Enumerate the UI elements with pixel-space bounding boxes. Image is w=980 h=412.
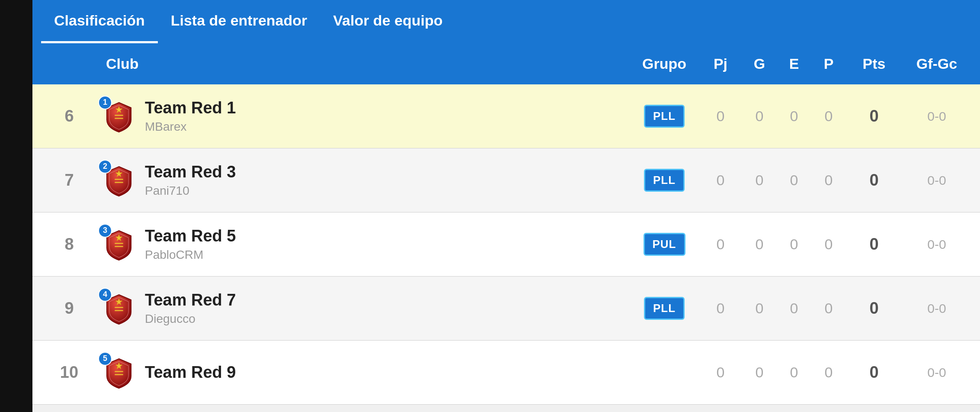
team-info: Team Red 3 Pani710 [145,163,236,198]
grupo-badge: PUL [630,233,699,256]
stat-pts: 0 [846,107,902,126]
table-row[interactable]: 9 4 [32,277,980,341]
svg-rect-5 [115,182,123,183]
tab-valor-label: Valor de equipo [333,12,442,29]
table-header: Club Grupo Pj G E P Pts Gf-Gc [32,43,980,84]
stat-p: 0 [811,108,846,125]
svg-rect-4 [115,179,123,180]
stat-pj: 0 [699,108,742,125]
team-badge: 1 [102,99,136,134]
stat-pts: 0 [846,171,902,190]
team-info: Team Red 7 Diegucco [145,291,236,326]
team-name: Team Red 9 [145,363,236,382]
badge-rank: 1 [98,96,112,109]
team-badge: 5 [102,355,136,390]
svg-rect-14 [115,374,123,375]
stat-e: 0 [777,172,811,189]
team-name: Team Red 5 [145,227,236,245]
team-badge: 4 [102,291,136,326]
coach-name: Pani710 [145,184,236,198]
team-info: Team Red 9 [145,363,236,382]
stat-pts: 0 [846,363,902,382]
stat-g: 0 [742,364,777,381]
left-sidebar [0,0,32,412]
stat-g: 0 [742,236,777,253]
team-name: Team Red 7 [145,291,236,309]
header-club: Club [97,55,630,72]
stat-gfgc: 0-0 [902,109,971,124]
tab-entrenador[interactable]: Lista de entrenador [158,0,320,43]
header-p: P [811,55,846,72]
tab-valor[interactable]: Valor de equipo [320,0,455,43]
table-row[interactable]: 10 5 [32,341,980,405]
stat-gfgc: 0-0 [902,173,971,188]
stat-pts: 0 [846,299,902,318]
svg-rect-7 [115,243,123,244]
team-badge: 2 [102,163,136,198]
stat-e: 0 [777,364,811,381]
header-gfgc: Gf-Gc [902,55,971,72]
svg-rect-8 [115,246,123,247]
club-cell: 3 Team Red 5 PabloCRM [97,227,630,262]
grupo-tag: PLL [644,297,685,320]
coach-name: Diegucco [145,312,236,326]
club-cell: 1 Team Red 1 MBarex [97,99,630,134]
rank-number: 9 [41,299,97,318]
stat-pts: 0 [846,235,902,254]
rank-number: 8 [41,235,97,254]
header-grupo: Grupo [630,55,699,72]
stat-gfgc: 0-0 [902,301,971,316]
tab-entrenador-label: Lista de entrenador [171,12,307,29]
club-cell: 2 Team Red 3 Pani710 [97,163,630,198]
table-row[interactable]: 6 1 [32,84,980,148]
tab-clasificacion[interactable]: Clasificación [41,0,158,43]
rank-number: 6 [41,107,97,126]
stat-g: 0 [742,108,777,125]
stat-e: 0 [777,300,811,317]
svg-rect-1 [115,115,123,116]
header-g: G [742,55,777,72]
tab-navigation: Clasificación Lista de entrenador Valor … [32,0,980,43]
grupo-tag: PLL [644,169,685,192]
header-e: E [777,55,811,72]
stat-p: 0 [811,236,846,253]
grupo-tag: PUL [644,233,685,256]
grupo-badge: PLL [630,297,699,320]
stat-pj: 0 [699,172,742,189]
team-info: Team Red 5 PabloCRM [145,227,236,262]
grupo-badge: PLL [630,105,699,128]
stat-p: 0 [811,364,846,381]
stat-gfgc: 0-0 [902,365,971,380]
rank-number: 7 [41,171,97,190]
stat-pj: 0 [699,300,742,317]
stat-g: 0 [742,300,777,317]
svg-rect-2 [115,118,123,119]
team-name: Team Red 3 [145,163,236,181]
stat-p: 0 [811,300,846,317]
stat-pj: 0 [699,236,742,253]
header-pts: Pts [846,55,902,72]
badge-rank: 4 [98,288,112,302]
team-name: Team Red 1 [145,99,236,117]
main-content: Clasificación Lista de entrenador Valor … [32,0,980,412]
grupo-tag: PLL [644,105,685,128]
club-cell: 4 Team Red 7 Diegucco [97,291,630,326]
grupo-badge: PLL [630,169,699,192]
club-cell: 5 Team Red 9 [97,355,630,390]
header-pj: Pj [699,55,742,72]
stat-e: 0 [777,108,811,125]
tab-clasificacion-label: Clasificación [54,12,145,29]
badge-rank: 5 [98,352,112,366]
coach-name: PabloCRM [145,248,236,262]
table-row[interactable]: 8 3 [32,212,980,277]
svg-rect-13 [115,371,123,372]
table-row[interactable]: 7 2 [32,148,980,212]
stat-pj: 0 [699,364,742,381]
stat-g: 0 [742,172,777,189]
stat-e: 0 [777,236,811,253]
table-body: 6 1 [32,84,980,405]
team-info: Team Red 1 MBarex [145,99,236,134]
stat-p: 0 [811,172,846,189]
badge-rank: 2 [98,160,112,174]
svg-rect-11 [115,310,123,311]
